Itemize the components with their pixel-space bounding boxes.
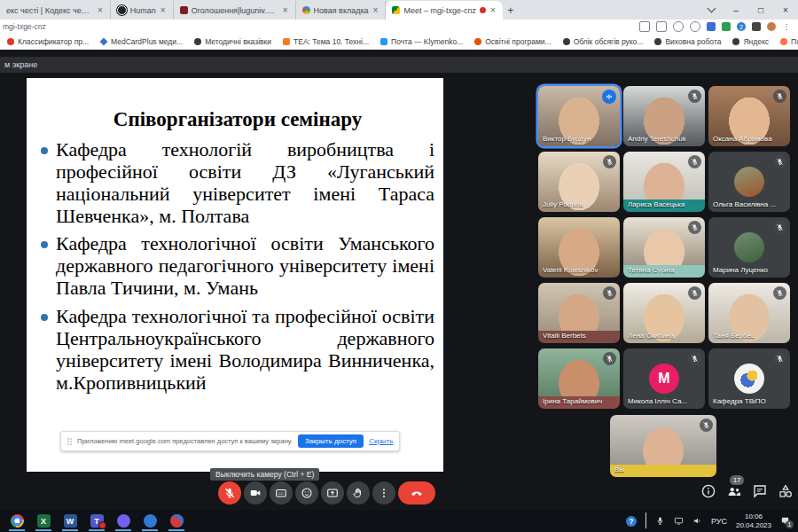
bookmark-item[interactable]: Почта — Klymenko... (380, 37, 463, 46)
slide-title: Співорганізатори семінару (41, 108, 434, 131)
notification-dot (98, 521, 106, 529)
tab-close-icon[interactable]: × (160, 6, 167, 15)
action-center-icon[interactable]: 1 (780, 516, 790, 526)
more-options-button[interactable] (372, 481, 395, 505)
participant-tile[interactable]: Марина Луценко (708, 217, 790, 278)
close-button[interactable]: × (773, 0, 798, 20)
app-blue-icon (144, 514, 157, 528)
panel-actions: 17 (700, 483, 794, 499)
extension-green-icon[interactable] (722, 22, 731, 31)
bookmark-item[interactable]: Виховна робота (654, 37, 721, 46)
participant-tile[interactable]: Valerii Kolesnikov (538, 217, 620, 278)
browser-tab[interactable]: Human× (111, 1, 174, 20)
bookmark-item[interactable]: MedCardPlus меди... (100, 37, 183, 46)
participant-name: Микола Ілліч Са... (628, 397, 687, 405)
reactions-button[interactable] (295, 481, 318, 505)
language-indicator[interactable]: РУС (711, 517, 727, 526)
share-icon[interactable] (673, 21, 684, 32)
participants-button[interactable]: 17 (726, 483, 742, 499)
taskbar-app-viber[interactable] (113, 511, 134, 531)
word-icon: W (64, 514, 77, 528)
participant-tile[interactable]: Оксана Абрамова (708, 86, 790, 146)
end-call-button[interactable] (398, 481, 435, 505)
taskbar-app-chrome[interactable] (6, 511, 27, 531)
participant-tile[interactable]: Тетяна Суріна (623, 217, 705, 278)
avatar-circle (734, 232, 764, 262)
bookmark-item[interactable]: Пошта (780, 37, 798, 46)
translate-icon[interactable] (656, 21, 667, 32)
taskbar-app-word[interactable]: W (59, 511, 81, 531)
chevron-down-icon[interactable] (699, 0, 724, 20)
hide-banner-link[interactable]: Скрыть (369, 437, 393, 445)
mic-muted-icon (773, 90, 786, 103)
participant-tile[interactable]: MМикола Ілліч Са... (623, 348, 705, 409)
newtab-favicon (302, 6, 310, 14)
participant-tile[interactable]: Таня Бербец (708, 283, 790, 343)
bookmark-item[interactable]: TEA: Тема 10. Техні... (283, 37, 369, 46)
slide-bullets: Кафедра технологій виробництва і професі… (41, 138, 434, 394)
drag-handle-icon[interactable] (67, 438, 72, 445)
reading-list-icon[interactable] (639, 21, 650, 32)
participant-tile[interactable]: Лена Скибина (623, 283, 705, 343)
browser-tab[interactable]: Оголошення|luguniv.edu.ua× (174, 1, 296, 20)
chat-button[interactable] (752, 483, 768, 499)
bookmark-item[interactable]: Облік обсягів руко... (563, 37, 644, 46)
participant-tile[interactable]: Кафедра ТВіПО (708, 348, 790, 409)
taskbar-app-teams[interactable]: T (86, 511, 107, 531)
browser-tab[interactable]: Meet – mgi-txge-cnz× (386, 1, 502, 20)
taskbar-app-excel[interactable]: X (33, 511, 54, 531)
maximize-button[interactable]: □ (748, 0, 773, 20)
bookmark-favicon (780, 38, 787, 45)
extension-counter-icon[interactable]: 2 (737, 22, 746, 31)
extension-blue-icon[interactable] (707, 22, 716, 31)
new-tab-button[interactable]: + (503, 3, 519, 19)
tray-mic-icon[interactable] (655, 516, 665, 526)
camera-toggle-button[interactable] (244, 481, 267, 505)
help-icon[interactable]: ? (626, 516, 637, 527)
bookmark-favicon (380, 38, 387, 45)
menu-dots-icon[interactable]: ⋮ (782, 22, 791, 31)
extension-dark-icon[interactable] (752, 22, 761, 31)
tray-expand-icon[interactable] (645, 513, 646, 529)
taskbar-clock[interactable]: 10:06 20.04.2023 (736, 512, 771, 529)
screen-share-banner: Приложению meet.google.com предоставлен … (60, 431, 400, 451)
present-screen-button[interactable] (321, 481, 344, 505)
bookmark-item[interactable]: Яндекс (732, 37, 769, 46)
browser-tab[interactable]: екс честі | Кодекс честі | Со× (0, 1, 111, 20)
activities-button[interactable] (778, 483, 794, 499)
bookmark-favicon (7, 38, 14, 45)
mic-muted-icon (700, 419, 713, 432)
participant-tile[interactable]: Виктор Бурдун (538, 86, 620, 146)
stop-sharing-button[interactable]: Закрыть доступ (298, 434, 364, 448)
microphone-toggle-button[interactable] (218, 481, 241, 505)
browser-tab[interactable]: Новая вкладка× (296, 1, 387, 20)
profile-avatar[interactable] (767, 22, 776, 31)
tab-close-icon[interactable]: × (282, 6, 289, 15)
tab-close-icon[interactable]: × (372, 6, 379, 15)
bookmark-star-icon[interactable] (690, 21, 700, 32)
raise-hand-button[interactable] (347, 481, 370, 505)
bookmark-item[interactable]: Освітні програми... (474, 37, 551, 46)
participant-tile[interactable]: Juliy Podpria (538, 152, 620, 212)
tab-close-icon[interactable]: × (97, 6, 104, 15)
participant-tile[interactable]: Andriy Tereshchuk (623, 86, 705, 146)
meeting-details-button[interactable] (700, 483, 716, 499)
bookmark-item[interactable]: Методичні вказівки (194, 37, 271, 46)
captions-button[interactable]: CC (270, 481, 293, 505)
participant-name: Оксана Абрамова (713, 135, 772, 143)
tray-display-icon[interactable] (674, 516, 684, 526)
bookmark-item[interactable]: Классификатор пр... (7, 37, 89, 46)
participant-tile[interactable]: Vitalii Berbets (538, 283, 620, 343)
participant-tile[interactable]: Лариса Васецька (623, 152, 705, 212)
address-bar[interactable]: mgi-txge-cnz 2⋮ (0, 20, 798, 34)
participant-tile[interactable]: Вы (610, 415, 716, 477)
participant-tile[interactable]: Ольга Василівна ... (708, 152, 790, 212)
taskbar-app-app-red[interactable] (166, 511, 187, 531)
tab-close-icon[interactable]: × (489, 6, 497, 15)
tab-title: Новая вкладка (314, 6, 369, 15)
minimize-button[interactable]: – (724, 0, 748, 20)
taskbar-app-app-blue[interactable] (139, 511, 160, 531)
mic-muted-icon (688, 221, 701, 234)
tray-volume-icon[interactable] (692, 516, 702, 526)
participant-tile[interactable]: Ірина Тараймович (538, 348, 620, 409)
